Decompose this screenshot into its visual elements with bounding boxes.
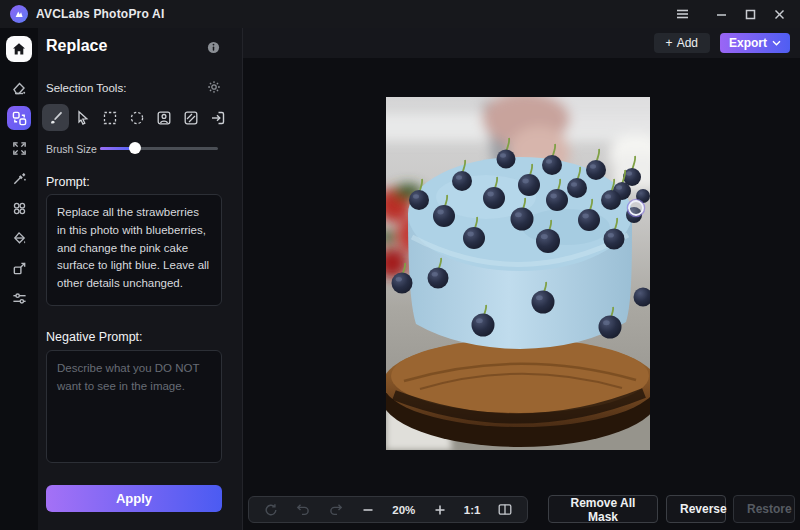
- tool-background-select[interactable]: [177, 104, 204, 131]
- tool-portrait-select[interactable]: [150, 104, 177, 131]
- remove-all-mask-button[interactable]: Remove All Mask: [548, 495, 658, 523]
- menu-icon[interactable]: [671, 4, 693, 24]
- titlebar: AVCLabs PhotoPro AI: [0, 0, 800, 28]
- maximize-icon[interactable]: [739, 4, 761, 24]
- reverse-button[interactable]: Reverse: [666, 495, 726, 523]
- rail-item-expand[interactable]: [7, 140, 31, 156]
- chevron-down-icon: [772, 40, 781, 46]
- effects-icon: [12, 201, 27, 216]
- reset-icon[interactable]: [263, 503, 279, 517]
- magic-brush-icon: [12, 171, 27, 186]
- replace-panel: Replace Selection Tools:: [38, 28, 243, 530]
- rail-item-paint-bucket[interactable]: [7, 230, 31, 246]
- zoom-out-icon[interactable]: [360, 504, 376, 516]
- cursor-icon: [75, 110, 91, 126]
- prompt-label: Prompt:: [46, 175, 90, 189]
- rail-item-eraser[interactable]: [7, 80, 31, 96]
- photo-cake-image[interactable]: [386, 97, 650, 450]
- home-icon: [11, 41, 27, 57]
- close-icon[interactable]: [768, 4, 790, 24]
- negative-prompt-label: Negative Prompt:: [46, 330, 143, 344]
- tool-brush[interactable]: [42, 104, 69, 131]
- export-button[interactable]: Export: [720, 33, 790, 53]
- gear-icon[interactable]: [207, 80, 221, 97]
- home-button[interactable]: [6, 36, 32, 62]
- add-button-label: Add: [677, 36, 698, 50]
- rail-item-resize[interactable]: [7, 260, 31, 276]
- ellipse-select-icon: [129, 110, 145, 126]
- redo-icon[interactable]: [328, 503, 344, 516]
- apply-button[interactable]: Apply: [46, 485, 222, 512]
- tool-ellipse-select[interactable]: [123, 104, 150, 131]
- brush-size-label: Brush Size: [46, 143, 97, 155]
- zoom-in-icon[interactable]: [432, 504, 448, 516]
- eraser-icon: [11, 80, 27, 96]
- negative-prompt-input[interactable]: [46, 350, 222, 463]
- rail-item-adjustments[interactable]: [7, 290, 31, 306]
- zoom-toolbar: 20% 1:1: [248, 496, 528, 523]
- object-replace-icon: [12, 111, 27, 126]
- plus-icon: +: [666, 36, 673, 50]
- tool-invert-select[interactable]: [204, 104, 231, 131]
- add-button[interactable]: + Add: [654, 33, 710, 53]
- tool-rect-select[interactable]: [96, 104, 123, 131]
- selection-tools-label: Selection Tools:: [46, 82, 126, 94]
- portrait-select-icon: [156, 110, 172, 126]
- export-button-label: Export: [729, 36, 767, 50]
- app-window: AVCLabs PhotoPro AI: [0, 0, 800, 530]
- zoom-level[interactable]: 20%: [392, 504, 415, 516]
- compare-icon[interactable]: [497, 503, 513, 516]
- undo-icon[interactable]: [295, 503, 311, 516]
- slider-thumb[interactable]: [129, 142, 141, 154]
- canvas-area[interactable]: 20% 1:1 Remove All Mask Reverse Restore: [243, 58, 800, 530]
- info-icon[interactable]: [207, 41, 220, 57]
- ratio-button[interactable]: 1:1: [464, 504, 481, 516]
- resize-icon: [12, 261, 27, 276]
- app-title: AVCLabs PhotoPro AI: [36, 7, 164, 21]
- brush-size-slider[interactable]: [100, 140, 220, 156]
- app-logo-icon: [10, 5, 28, 23]
- selection-tools-row: [42, 104, 231, 131]
- rail-item-magic-brush[interactable]: [7, 170, 31, 186]
- tool-cursor[interactable]: [69, 104, 96, 131]
- rail-item-replace[interactable]: [7, 106, 31, 130]
- prompt-input[interactable]: Replace all the strawberries in this pho…: [46, 194, 222, 306]
- expand-icon: [12, 141, 27, 156]
- canvas-header: + Add Export: [243, 28, 800, 58]
- restore-button: Restore: [733, 495, 795, 523]
- invert-select-icon: [210, 110, 226, 126]
- rail-item-effects[interactable]: [7, 200, 31, 216]
- tool-rail: [0, 28, 38, 530]
- background-select-icon: [183, 110, 199, 126]
- brush-icon: [48, 110, 64, 126]
- paint-bucket-icon: [12, 231, 27, 246]
- brush-cursor: [628, 200, 645, 217]
- minimize-icon[interactable]: [710, 4, 732, 24]
- sliders-icon: [12, 291, 27, 306]
- page-title: Replace: [46, 37, 107, 55]
- rect-select-icon: [102, 110, 118, 126]
